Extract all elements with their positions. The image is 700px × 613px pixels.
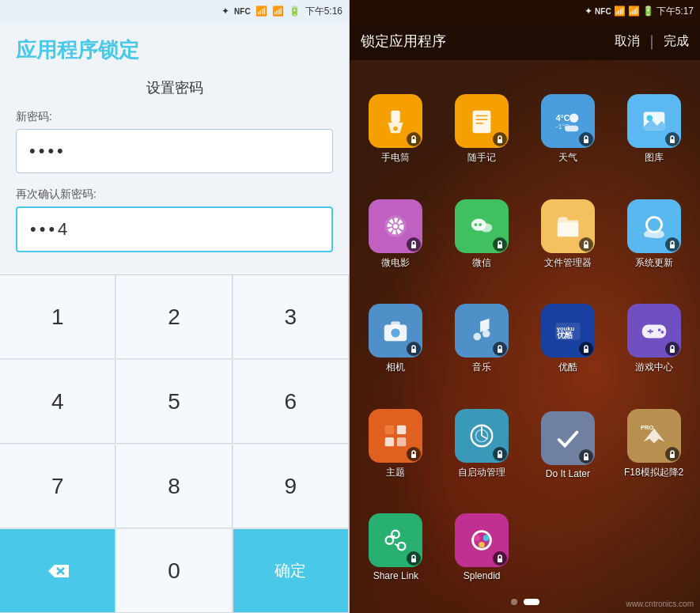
app-item-sharelink[interactable]: Share Link bbox=[353, 486, 439, 588]
svg-point-48 bbox=[657, 328, 660, 331]
svg-point-23 bbox=[394, 224, 399, 229]
right-panel: ✦ NFC 📶 📶 🔋 下午5:17 锁定应用程序 取消 ｜ 完成 手电筒随手记… bbox=[350, 0, 700, 613]
svg-point-5 bbox=[394, 127, 399, 131]
svg-point-14 bbox=[569, 114, 578, 123]
app-item-doitlater[interactable]: Do It Later bbox=[525, 380, 611, 485]
key-1[interactable]: 1 bbox=[0, 275, 115, 359]
svg-rect-36 bbox=[392, 322, 400, 327]
app-item-movie[interactable]: 微电影 bbox=[353, 171, 439, 275]
new-password-label: 新密码: bbox=[0, 110, 349, 129]
watermark: www.cntronics.com bbox=[626, 600, 694, 608]
cancel-button[interactable]: 取消 bbox=[615, 33, 640, 50]
time-left: 下午5:16 bbox=[305, 5, 342, 18]
bluetooth-icon-left: ✦ bbox=[221, 6, 229, 17]
app-item-f18[interactable]: PROF18模拟起降2 bbox=[611, 380, 697, 485]
page-dot-1[interactable] bbox=[511, 599, 517, 605]
lock-badge-wechat bbox=[493, 237, 507, 252]
wifi-icon-right: 📶 bbox=[614, 6, 626, 17]
svg-point-39 bbox=[482, 330, 490, 338]
confirm-password-input[interactable]: •••4 bbox=[16, 206, 333, 252]
app-item-sysupdate[interactable]: 系统更新 bbox=[611, 171, 697, 275]
key-9[interactable]: 9 bbox=[233, 445, 349, 528]
app-label-wechat: 微信 bbox=[472, 256, 491, 270]
lock-badge-theme bbox=[407, 447, 421, 461]
svg-rect-44 bbox=[584, 349, 588, 353]
app-item-gallery[interactable]: 图库 bbox=[611, 66, 697, 171]
confirm-password-label: 再次确认新密码: bbox=[0, 187, 349, 206]
svg-rect-47 bbox=[647, 331, 653, 332]
app-item-filemanager[interactable]: 文件管理器 bbox=[525, 171, 611, 275]
app-item-autostart[interactable]: 自启动管理 bbox=[439, 380, 525, 485]
lock-badge-autostart bbox=[493, 447, 507, 461]
svg-rect-69 bbox=[411, 558, 416, 562]
page-dot-2[interactable] bbox=[524, 599, 539, 605]
nfc-icon-right: NFC bbox=[595, 7, 611, 16]
status-bar-left: ✦ NFC 📶 📶 🔋 下午5:16 bbox=[0, 0, 349, 22]
app-item-camera[interactable]: 相机 bbox=[353, 276, 439, 380]
key-2[interactable]: 2 bbox=[116, 275, 232, 359]
app-item-notepad[interactable]: 随手记 bbox=[439, 66, 525, 171]
app-label-autostart: 自启动管理 bbox=[458, 466, 505, 479]
svg-rect-63 bbox=[670, 454, 675, 458]
key-confirm[interactable]: 确定 bbox=[233, 529, 349, 613]
app-label-game: 游戏中心 bbox=[635, 361, 673, 374]
svg-rect-51 bbox=[385, 425, 394, 433]
key-5[interactable]: 5 bbox=[116, 360, 232, 444]
apps-grid: 手电筒随手记4°C-1°C天气图库微电影微信文件管理器系统更新相机音乐youku… bbox=[350, 60, 700, 594]
key-3[interactable]: 3 bbox=[233, 275, 349, 359]
lock-badge-f18 bbox=[665, 447, 679, 461]
new-password-input[interactable]: •••• bbox=[16, 129, 333, 173]
key-8[interactable]: 8 bbox=[116, 445, 232, 528]
key-7[interactable]: 7 bbox=[0, 445, 115, 528]
battery-icon-right: 🔋 bbox=[642, 6, 654, 17]
app-label-movie: 微电影 bbox=[381, 256, 410, 270]
svg-rect-40 bbox=[498, 349, 502, 353]
app-label-doitlater: Do It Later bbox=[546, 468, 590, 479]
svg-text:4°C: 4°C bbox=[556, 114, 570, 123]
key-6[interactable]: 6 bbox=[233, 360, 349, 444]
svg-rect-8 bbox=[476, 115, 488, 117]
app-item-game[interactable]: 游戏中心 bbox=[611, 276, 697, 380]
time-right: 下午5:17 bbox=[656, 5, 694, 18]
app-item-music[interactable]: 音乐 bbox=[439, 276, 525, 380]
app-item-flashlight[interactable]: 手电筒 bbox=[353, 66, 439, 171]
svg-rect-33 bbox=[670, 244, 675, 248]
lock-badge-splendid bbox=[493, 551, 507, 566]
svg-rect-54 bbox=[397, 437, 406, 445]
app-label-camera: 相机 bbox=[386, 361, 405, 374]
svg-text:PRO: PRO bbox=[641, 424, 654, 431]
app-label-filemanager: 文件管理器 bbox=[544, 256, 592, 270]
app-item-splendid[interactable]: Splendid bbox=[439, 486, 525, 588]
app-label-youku: 优酷 bbox=[558, 361, 577, 374]
svg-rect-7 bbox=[473, 111, 491, 134]
svg-line-59 bbox=[482, 436, 488, 439]
app-item-weather[interactable]: 4°C-1°C天气 bbox=[525, 66, 611, 171]
app-item-wechat[interactable]: 微信 bbox=[439, 171, 525, 275]
key-0[interactable]: 0 bbox=[116, 529, 232, 613]
app-label-flashlight: 手电筒 bbox=[381, 151, 410, 165]
key-4[interactable]: 4 bbox=[0, 360, 115, 444]
header-divider: ｜ bbox=[645, 32, 659, 51]
svg-rect-61 bbox=[584, 456, 588, 460]
svg-rect-60 bbox=[498, 454, 502, 458]
svg-rect-53 bbox=[385, 437, 394, 445]
done-button[interactable]: 完成 bbox=[664, 33, 689, 50]
nfc-icon-left: NFC bbox=[234, 7, 251, 16]
key-backspace[interactable] bbox=[0, 529, 115, 613]
lock-title: 锁定应用程序 bbox=[361, 32, 446, 51]
svg-rect-30 bbox=[558, 221, 579, 236]
signal-icon-left: 📶 bbox=[272, 6, 284, 17]
lock-badge-doitlater bbox=[579, 449, 593, 464]
app-item-youku[interactable]: youku优酷优酷 bbox=[525, 276, 611, 380]
svg-rect-29 bbox=[498, 244, 502, 248]
left-panel: ✦ NFC 📶 📶 🔋 下午5:16 应用程序锁定 设置密码 新密码: ••••… bbox=[0, 0, 350, 613]
app-label-sharelink: Share Link bbox=[373, 570, 418, 581]
app-label-weather: 天气 bbox=[558, 151, 577, 165]
lock-badge-filemanager bbox=[579, 237, 593, 252]
svg-rect-52 bbox=[397, 425, 406, 433]
signal-icon-right: 📶 bbox=[628, 6, 640, 17]
svg-text:优酷: 优酷 bbox=[556, 331, 573, 339]
svg-point-28 bbox=[479, 223, 482, 226]
app-item-theme[interactable]: 主题 bbox=[353, 380, 439, 485]
svg-rect-9 bbox=[476, 119, 488, 121]
